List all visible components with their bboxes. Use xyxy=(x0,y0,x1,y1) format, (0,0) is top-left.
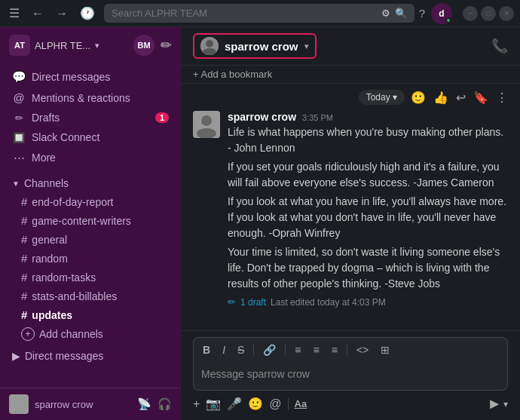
footer-separator xyxy=(288,398,289,410)
reply-icon[interactable]: ↩ xyxy=(456,90,466,105)
more-actions-icon[interactable]: ⋮ xyxy=(496,90,508,105)
direct-messages-icon: 💬 xyxy=(12,70,26,84)
sidebar-item-mentions-reactions[interactable]: @ Mentions & reactions xyxy=(0,87,181,108)
camera-button[interactable]: 📷 xyxy=(206,397,221,411)
window-controls: − □ ✕ xyxy=(463,6,514,21)
channel-avatar xyxy=(200,37,219,55)
channel-item[interactable]: # stats-and-billables xyxy=(0,287,181,305)
channel-name: game-content-writers xyxy=(32,215,131,227)
compose-placeholder: Message sparrow crow xyxy=(201,368,310,380)
channel-item[interactable]: # random xyxy=(0,249,181,268)
direct-messages-section-header[interactable]: ▶ Direct messages xyxy=(0,344,181,365)
bold-button[interactable]: B xyxy=(200,342,213,357)
channel-item[interactable]: # game-content-writers xyxy=(0,211,181,230)
bullet-list-button[interactable]: ≡ xyxy=(292,342,304,357)
message-avatar xyxy=(193,111,220,138)
italic-button[interactable]: I xyxy=(219,342,228,357)
numbered-list-button[interactable]: ≡ xyxy=(310,342,323,357)
dm-section-label: Direct messages xyxy=(25,350,103,362)
today-button[interactable]: Today ▾ xyxy=(359,90,405,105)
workspace-name: ALPHR TE... xyxy=(35,40,90,51)
mention-button[interactable]: @ xyxy=(269,397,281,411)
user-avatar[interactable]: d xyxy=(431,3,452,24)
send-icon[interactable]: ► xyxy=(487,395,502,412)
footer-avatar xyxy=(9,394,29,414)
sidebar-item-direct-messages[interactable]: 💬 Direct messages xyxy=(0,66,181,87)
message-line-4: Your time is limited, so don't waste it … xyxy=(228,244,508,292)
channel-item[interactable]: # general xyxy=(0,230,181,249)
code-button[interactable]: <> xyxy=(353,342,372,357)
menu-icon[interactable]: ☰ xyxy=(6,3,23,23)
channel-item-updates[interactable]: # updates xyxy=(0,305,181,324)
sidebar: AT ALPHR TE... ▾ BM ✏ 💬 Direct messages … xyxy=(0,27,181,420)
footer-username: sparrow crow xyxy=(35,399,93,410)
status-dot xyxy=(445,17,451,23)
channel-name: end-of-day-report xyxy=(32,196,113,208)
bm-avatar[interactable]: BM xyxy=(133,35,154,56)
compose-button[interactable]: ✏ xyxy=(161,37,172,54)
code-block-button[interactable]: ⊞ xyxy=(378,342,393,357)
add-channels-label: Add channels xyxy=(39,328,103,340)
forward-button[interactable]: → xyxy=(51,5,72,22)
audio-button[interactable]: 🎤 xyxy=(227,397,242,411)
link-button[interactable]: 🔗 xyxy=(260,342,279,357)
search-bar[interactable]: ⚙ 🔍 xyxy=(104,4,414,23)
message-line-3: If you look at what you have in life, yo… xyxy=(228,194,508,241)
search-input[interactable] xyxy=(112,8,377,19)
history-button[interactable]: 🕐 xyxy=(75,5,99,22)
titlebar-icons: ? d xyxy=(419,3,452,24)
sidebar-item-more[interactable]: ⋯ More xyxy=(0,147,181,168)
sidebar-item-drafts[interactable]: ✏ Drafts 1 xyxy=(0,108,181,127)
indent-button[interactable]: ≡ xyxy=(329,342,341,357)
broadcast-icon[interactable]: 📡 xyxy=(137,397,151,411)
hash-icon: # xyxy=(21,214,27,227)
close-button[interactable]: ✕ xyxy=(499,6,514,21)
channel-item[interactable]: # end-of-day-report xyxy=(0,192,181,211)
sidebar-header: AT ALPHR TE... ▾ BM ✏ xyxy=(0,27,181,63)
emoji-button[interactable]: 🙂 xyxy=(248,397,263,411)
hash-icon: # xyxy=(21,233,27,246)
channel-title-text: sparrow crow xyxy=(225,40,298,53)
call-icon[interactable]: 📞 xyxy=(491,38,508,54)
svg-point-4 xyxy=(201,115,212,126)
draft-link[interactable]: 1 draft xyxy=(240,297,266,308)
bookmark-icon[interactable]: 🔖 xyxy=(473,90,488,105)
text-formatting-button[interactable]: Aa xyxy=(295,398,307,409)
mentions-icon: @ xyxy=(12,91,26,104)
search-icon: 🔍 xyxy=(395,8,407,19)
drafts-badge: 1 xyxy=(155,112,169,123)
help-icon[interactable]: ? xyxy=(419,7,425,20)
sidebar-menu: 💬 Direct messages @ Mentions & reactions… xyxy=(0,63,181,171)
emoji-icon[interactable]: 🙂 xyxy=(411,90,426,105)
hash-icon: # xyxy=(21,252,27,265)
strikethrough-button[interactable]: S xyxy=(234,342,247,357)
thumbsup-icon[interactable]: 👍 xyxy=(433,90,448,105)
content-header: sparrow crow ▾ 📞 xyxy=(181,27,520,66)
channel-title[interactable]: sparrow crow ▾ xyxy=(193,33,317,59)
sidebar-item-label: Slack Connect xyxy=(32,131,169,143)
sidebar-item-slack-connect[interactable]: 🔲 Slack Connect xyxy=(0,127,181,147)
channels-list: # end-of-day-report # game-content-write… xyxy=(0,192,181,324)
channel-item[interactable]: # random-tasks xyxy=(0,268,181,287)
channels-section-header[interactable]: ▼ Channels xyxy=(0,171,181,192)
compose-input[interactable]: Message sparrow crow xyxy=(193,362,508,391)
more-icon: ⋯ xyxy=(12,151,26,164)
titlebar: ☰ ← → 🕐 ⚙ 🔍 ? d − □ ✕ xyxy=(0,0,520,27)
filter-icon: ⚙ xyxy=(381,8,390,19)
send-chevron-icon[interactable]: ▾ xyxy=(503,399,508,409)
add-bookmark-button[interactable]: + Add a bookmark xyxy=(193,69,508,80)
messages-area[interactable]: Today ▾ 🙂 👍 ↩ 🔖 ⋮ sparrow crow 3:35 PM xyxy=(181,84,520,330)
sidebar-item-label: Direct messages xyxy=(32,71,169,83)
channel-name: random xyxy=(32,253,67,265)
pencil-icon: ✏ xyxy=(228,296,236,308)
hash-icon: # xyxy=(21,308,27,321)
minimize-button[interactable]: − xyxy=(463,6,478,21)
back-button[interactable]: ← xyxy=(27,5,48,22)
headphones-icon[interactable]: 🎧 xyxy=(158,397,172,411)
maximize-button[interactable]: □ xyxy=(481,6,496,21)
footer-icons: 📡 🎧 xyxy=(137,397,172,411)
drafts-icon: ✏ xyxy=(12,112,26,124)
attach-button[interactable]: + xyxy=(193,397,200,411)
add-channels-button[interactable]: + Add channels xyxy=(0,324,181,344)
message-toolbar: Today ▾ 🙂 👍 ↩ 🔖 ⋮ xyxy=(193,90,508,105)
